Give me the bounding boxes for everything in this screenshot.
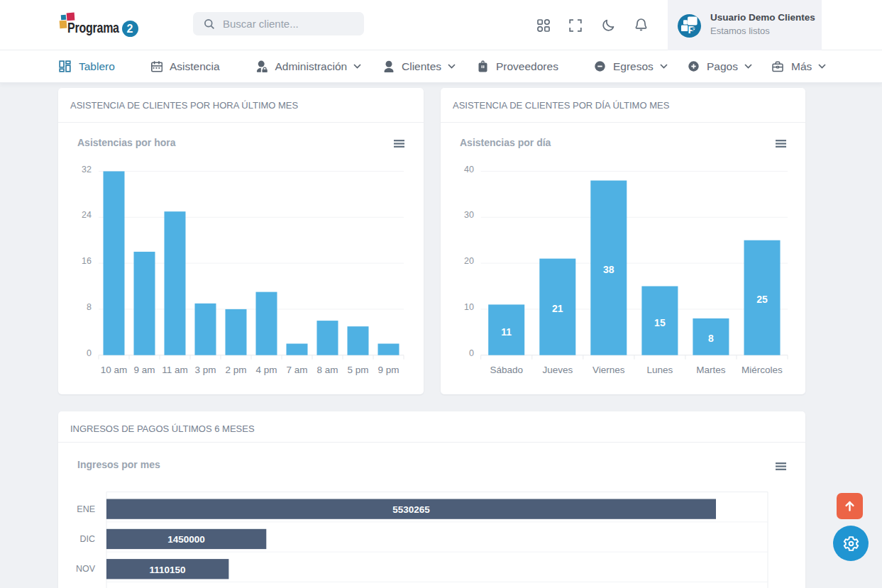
svg-text:40: 40 — [464, 165, 474, 174]
svg-text:8: 8 — [87, 302, 92, 312]
svg-text:9 pm: 9 pm — [377, 365, 399, 375]
svg-text:Martes: Martes — [696, 365, 726, 375]
svg-text:1450000: 1450000 — [167, 534, 205, 545]
svg-text:Jueves: Jueves — [542, 365, 573, 375]
svg-text:DIC: DIC — [79, 534, 95, 544]
svg-text:10 am: 10 am — [101, 365, 128, 375]
svg-text:Asistencias por día: Asistencias por día — [460, 137, 551, 148]
svg-text:Viernes: Viernes — [592, 365, 625, 375]
svg-text:15: 15 — [654, 317, 666, 328]
svg-text:38: 38 — [603, 264, 614, 275]
svg-text:0: 0 — [87, 348, 92, 358]
svg-text:1110150: 1110150 — [149, 565, 185, 575]
svg-text:32: 32 — [82, 165, 92, 174]
svg-text:25: 25 — [756, 294, 768, 305]
svg-text:20: 20 — [464, 256, 474, 266]
svg-text:10: 10 — [464, 302, 474, 312]
svg-text:30: 30 — [464, 210, 474, 220]
svg-text:NOV: NOV — [76, 564, 96, 574]
svg-text:Asistencias por hora: Asistencias por hora — [77, 137, 176, 148]
svg-text:11 am: 11 am — [162, 365, 188, 375]
svg-text:5530265: 5530265 — [392, 504, 430, 515]
svg-text:16: 16 — [82, 256, 92, 266]
svg-text:8: 8 — [708, 333, 714, 344]
svg-text:11: 11 — [501, 326, 512, 338]
svg-text:Miércoles: Miércoles — [742, 365, 783, 375]
svg-text:0: 0 — [469, 348, 474, 358]
svg-text:7 am: 7 am — [286, 365, 307, 375]
svg-text:Lunes: Lunes — [647, 365, 673, 375]
svg-text:2 pm: 2 pm — [225, 365, 246, 375]
svg-text:Sábado: Sábado — [490, 365, 523, 375]
svg-text:Ingresos por mes: Ingresos por mes — [77, 459, 160, 470]
svg-text:2: 2 — [692, 26, 695, 32]
svg-text:3 pm: 3 pm — [194, 365, 216, 375]
svg-text:9 am: 9 am — [133, 365, 155, 375]
svg-text:21: 21 — [552, 303, 563, 314]
svg-text:24: 24 — [82, 210, 92, 220]
svg-text:ENE: ENE — [77, 504, 95, 514]
svg-text:8 am: 8 am — [316, 365, 338, 375]
svg-text:4 pm: 4 pm — [255, 365, 277, 375]
svg-text:5 pm: 5 pm — [347, 365, 368, 375]
